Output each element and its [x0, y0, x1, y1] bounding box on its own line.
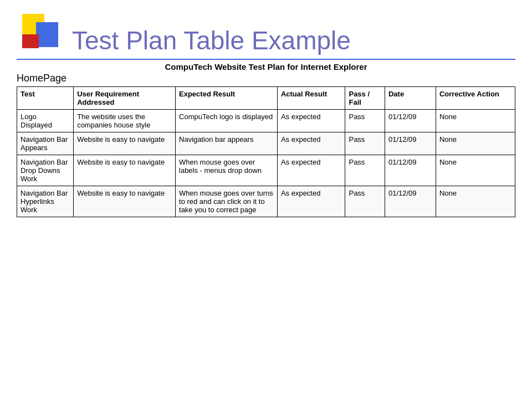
cell-test: Logo Displayed — [17, 110, 74, 132]
table-row: Navigation Bar Drop Downs WorkWebsite is… — [17, 155, 515, 186]
cell-actual: As expected — [277, 186, 345, 217]
col-header-user-req: User Requirement Addressed — [74, 87, 176, 110]
cell-corrective: None — [436, 110, 515, 132]
cell-pass_fail: Pass — [345, 155, 385, 186]
col-header-actual: Actual Result — [277, 87, 345, 110]
cell-test: Navigation Bar Hyperlinks Work — [17, 186, 74, 217]
cell-expected: Navigation bar appears — [176, 132, 278, 155]
cell-user_req: Website is easy to navigate — [74, 186, 176, 217]
cell-pass_fail: Pass — [345, 110, 385, 132]
cell-pass_fail: Pass — [345, 186, 385, 217]
col-header-date: Date — [385, 87, 436, 110]
page-title: Test Plan Table Example — [72, 28, 351, 55]
page: Test Plan Table Example CompuTech Websit… — [0, 0, 532, 399]
cell-actual: As expected — [277, 155, 345, 186]
table-row: Logo DisplayedThe website uses the compa… — [17, 110, 515, 132]
cell-expected: When mouse goes over labels - menus drop… — [176, 155, 278, 186]
cell-actual: As expected — [277, 110, 345, 132]
cell-date: 01/12/09 — [385, 155, 436, 186]
cell-corrective: None — [436, 186, 515, 217]
cell-user_req: Website is easy to navigate — [74, 132, 176, 155]
table-row: Navigation Bar AppearsWebsite is easy to… — [17, 132, 515, 155]
cell-date: 01/12/09 — [385, 132, 436, 155]
section-label: HomePage — [17, 73, 515, 84]
logo-shapes — [17, 11, 66, 55]
col-header-corrective: Corrective Action — [436, 87, 515, 110]
cell-actual: As expected — [277, 132, 345, 155]
cell-pass_fail: Pass — [345, 132, 385, 155]
cell-expected: CompuTech logo is displayed — [176, 110, 278, 132]
cell-date: 01/12/09 — [385, 186, 436, 217]
shape-red — [22, 34, 39, 48]
cell-user_req: Website is easy to navigate — [74, 155, 176, 186]
test-plan-table: Test User Requirement Addressed Expected… — [17, 86, 515, 217]
header-area: Test Plan Table Example — [17, 11, 515, 55]
subtitle: CompuTech Website Test Plan for Internet… — [17, 62, 515, 71]
cell-expected: When mouse goes over turns to red and ca… — [176, 186, 278, 217]
cell-corrective: None — [436, 132, 515, 155]
cell-test: Navigation Bar Drop Downs Work — [17, 155, 74, 186]
col-header-test: Test — [17, 87, 74, 110]
col-header-expected: Expected Result — [176, 87, 278, 110]
cell-test: Navigation Bar Appears — [17, 132, 74, 155]
cell-user_req: The website uses the companies house sty… — [74, 110, 176, 132]
blue-divider — [17, 59, 515, 60]
col-header-pass-fail: Pass / Fail — [345, 87, 385, 110]
cell-date: 01/12/09 — [385, 110, 436, 132]
cell-corrective: None — [436, 155, 515, 186]
table-header-row: Test User Requirement Addressed Expected… — [17, 87, 515, 110]
table-row: Navigation Bar Hyperlinks WorkWebsite is… — [17, 186, 515, 217]
shape-blue — [36, 22, 58, 47]
